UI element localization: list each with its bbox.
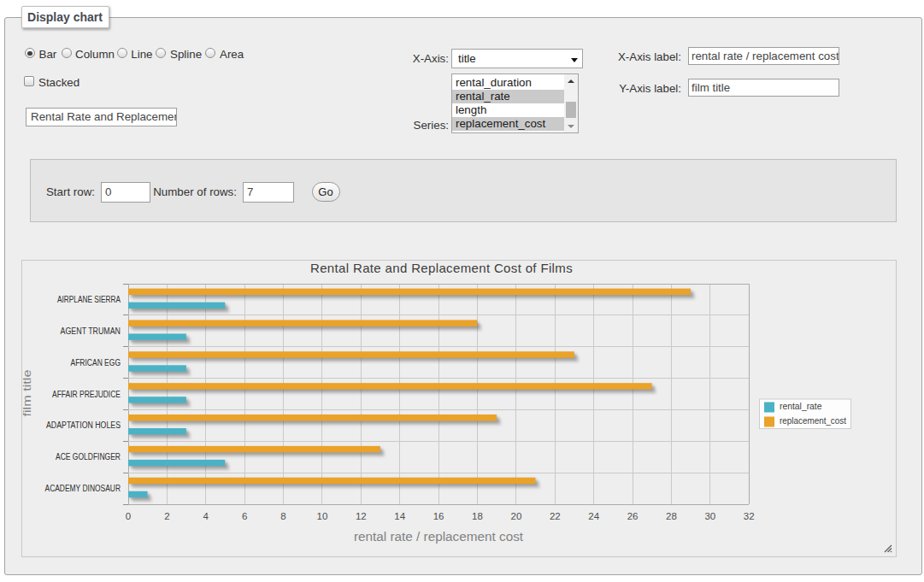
svg-text:16: 16 [433,511,444,521]
svg-text:replacement_cost: replacement_cost [780,415,846,426]
svg-text:4: 4 [203,511,209,521]
svg-text:rental_rate: rental_rate [780,401,822,411]
svg-text:ACADEMY DINOSAUR: ACADEMY DINOSAUR [45,484,121,493]
svg-text:32: 32 [744,511,755,521]
svg-text:24: 24 [588,511,599,521]
svg-text:0: 0 [126,511,131,521]
svg-text:30: 30 [704,511,715,521]
svg-text:AIRPLANE SIERRA: AIRPLANE SIERRA [57,295,121,304]
svg-text:ACE GOLDFINGER: ACE GOLDFINGER [56,452,121,461]
svg-text:Rental Rate and Replacement Co: Rental Rate and Replacement Cost of Film… [310,261,573,275]
svg-text:film title: film title [22,370,33,417]
svg-text:rental rate / replacement cost: rental rate / replacement cost [354,529,524,544]
svg-text:ADAPTATION HOLES: ADAPTATION HOLES [46,420,121,430]
svg-text:20: 20 [511,511,522,521]
svg-text:14: 14 [394,511,405,521]
svg-text:10: 10 [317,511,328,521]
svg-text:12: 12 [356,511,367,521]
svg-text:22: 22 [550,511,561,521]
svg-text:18: 18 [472,511,483,521]
svg-text:AGENT TRUMAN: AGENT TRUMAN [61,326,121,336]
svg-text:AFFAIR PREJUDICE: AFFAIR PREJUDICE [52,390,121,399]
svg-text:26: 26 [627,511,639,521]
svg-text:8: 8 [280,511,285,521]
svg-text:28: 28 [666,511,677,521]
svg-text:6: 6 [242,511,247,521]
svg-text:AFRICAN EGG: AFRICAN EGG [71,358,121,367]
svg-text:2: 2 [164,511,169,521]
